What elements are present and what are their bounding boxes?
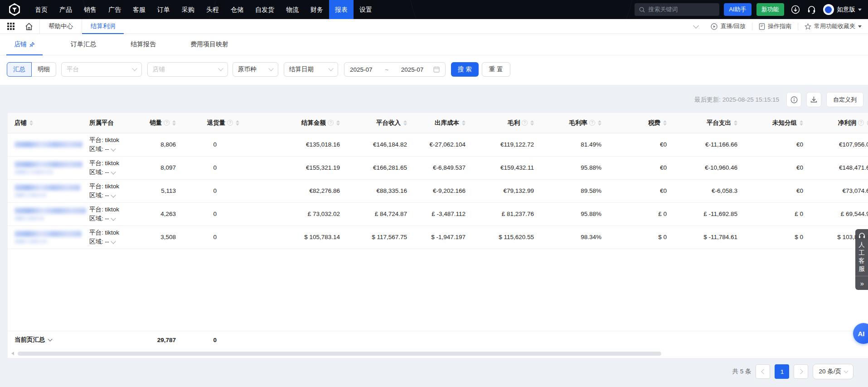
col-sales[interactable]: 销量? (150, 119, 176, 127)
col-platform-income[interactable]: 平台收入 (344, 119, 407, 127)
col-unknown-group[interactable]: 未知分组 (742, 119, 803, 127)
info-button[interactable] (786, 92, 801, 107)
current-page[interactable]: 1 (775, 364, 789, 379)
table-row[interactable]: 平台: tiktok 区域: -- 8,806 0 €135,018.16 €1… (8, 133, 868, 156)
region-expand-icon[interactable] (111, 239, 116, 244)
sort-icon[interactable] (29, 120, 33, 126)
sort-icon[interactable] (663, 120, 667, 126)
region-expand-icon[interactable] (111, 216, 116, 220)
ai-assistant-button[interactable]: AI助手 (724, 3, 751, 16)
col-gross-profit[interactable]: 毛利? (470, 119, 534, 127)
date-from[interactable]: 2025-07 (350, 66, 373, 73)
home-icon[interactable] (15, 19, 39, 34)
currency-select[interactable]: 原币种 (233, 62, 278, 77)
menu-item-设置[interactable]: 设置 (354, 0, 378, 19)
version-label[interactable]: 如意版 (837, 5, 856, 14)
menu-item-广告[interactable]: 广告 (102, 0, 127, 19)
sort-icon[interactable] (598, 120, 601, 126)
sort-icon[interactable] (734, 120, 737, 126)
region-expand-icon[interactable] (111, 192, 116, 197)
tab-help-center[interactable]: 帮助中心 (39, 19, 82, 34)
menu-item-产品[interactable]: 产品 (53, 0, 78, 19)
region-expand-icon[interactable] (111, 146, 116, 151)
subtab-fee-mapping[interactable]: 费用项目映射 (184, 34, 235, 55)
sort-icon[interactable] (530, 120, 534, 126)
help-icon[interactable]: ? (164, 120, 170, 126)
summary-label[interactable]: 当前页汇总 (15, 336, 45, 343)
collapse-icon[interactable]: » (855, 276, 868, 290)
horizontal-scrollbar[interactable] (11, 352, 863, 356)
col-platform-expense[interactable]: 平台支出 (671, 119, 737, 127)
live-replay-link[interactable]: 直播/回放 (711, 22, 746, 30)
menu-item-销售[interactable]: 销售 (78, 0, 102, 19)
page-size-select[interactable]: 20 条/页 (813, 364, 853, 379)
store-name-redacted (15, 208, 86, 214)
help-icon[interactable]: ? (227, 120, 233, 126)
platform-select[interactable]: 平台 (61, 62, 142, 77)
col-outbound-cost[interactable]: 出库成本 (412, 119, 466, 127)
app-logo[interactable] (0, 3, 29, 16)
table-row[interactable]: 平台: tiktok 区域: -- 3,508 0 $ 105,783.14 $… (8, 225, 868, 249)
version-caret-icon[interactable] (858, 9, 862, 11)
customize-columns-button[interactable]: 自定义列 (826, 92, 863, 107)
search-button[interactable]: 搜 索 (451, 62, 479, 77)
subtab-settlement-report[interactable]: 结算报告 (124, 34, 162, 55)
date-to[interactable]: 2025-07 (401, 66, 424, 73)
menu-item-财务[interactable]: 财务 (305, 0, 329, 19)
sort-icon[interactable] (800, 120, 803, 126)
prev-page-button[interactable] (756, 364, 770, 379)
guide-link[interactable]: 操作指南 (759, 22, 791, 30)
sort-icon[interactable] (172, 120, 176, 126)
help-icon[interactable]: ? (328, 120, 334, 126)
col-store[interactable]: 店铺 (15, 119, 85, 127)
col-tax[interactable]: 税费 (606, 119, 667, 127)
toggle-summary[interactable]: 汇总 (7, 62, 32, 77)
table-row[interactable]: 平台: tiktok 区域: -- 8,097 0 €155,321.19 €1… (8, 156, 868, 179)
scrollbar-thumb[interactable] (18, 352, 661, 356)
menu-item-采购[interactable]: 采购 (176, 0, 200, 19)
headset-icon[interactable] (807, 5, 816, 14)
table-row[interactable]: 平台: tiktok 区域: -- 5,113 0 €82,276.86 €88… (8, 179, 868, 202)
reset-button[interactable]: 重 置 (482, 62, 510, 77)
help-icon[interactable]: ? (858, 120, 864, 126)
avatar[interactable] (823, 4, 834, 15)
store-select[interactable]: 店铺 (147, 62, 228, 77)
col-returns[interactable]: 退货量? (185, 119, 239, 127)
col-gross-margin[interactable]: 毛利率? (538, 119, 601, 127)
global-search-input[interactable]: 搜索关键词 (635, 3, 719, 16)
help-icon[interactable]: ? (522, 120, 528, 126)
toggle-detail[interactable]: 明细 (32, 62, 56, 77)
table-row[interactable]: 平台: tiktok 区域: -- 4,263 0 £ 73,032.02 £ … (8, 202, 868, 225)
scroll-left-icon[interactable] (11, 352, 14, 355)
col-settlement[interactable]: 结算金额? (244, 119, 340, 127)
region-expand-icon[interactable] (111, 169, 116, 174)
sort-icon[interactable] (236, 120, 239, 126)
chevron-down-icon[interactable] (48, 337, 52, 342)
help-icon[interactable]: ? (589, 120, 595, 126)
menu-item-头程[interactable]: 头程 (200, 0, 225, 19)
export-button[interactable] (806, 92, 821, 107)
sort-icon[interactable] (403, 120, 407, 126)
apps-grid-icon[interactable] (0, 19, 15, 34)
download-icon[interactable] (791, 5, 800, 14)
date-range-picker[interactable]: 2025-07 ~ 2025-07 (344, 62, 446, 77)
subtab-store[interactable]: 店铺 (6, 34, 43, 55)
menu-item-自发货[interactable]: 自发货 (249, 0, 280, 19)
sort-icon[interactable] (462, 120, 466, 126)
new-feature-button[interactable]: 新功能 (756, 3, 784, 16)
chevron-down-icon[interactable] (693, 23, 699, 29)
col-net-profit[interactable]: 净利润? (808, 119, 868, 127)
sort-icon[interactable] (336, 120, 340, 126)
date-type-select[interactable]: 结算日期 (284, 62, 338, 77)
menu-item-物流[interactable]: 物流 (280, 0, 305, 19)
next-page-button[interactable] (794, 364, 808, 379)
menu-item-报表[interactable]: 报表 (329, 0, 354, 19)
subtab-order-summary[interactable]: 订单汇总 (64, 34, 102, 55)
customer-service-widget[interactable]: 人工客服 » (855, 229, 868, 290)
menu-item-仓储[interactable]: 仓储 (225, 0, 249, 19)
menu-item-首页[interactable]: 首页 (29, 0, 53, 19)
favorites-menu[interactable]: 常用功能收藏夹 (805, 22, 862, 30)
menu-item-订单[interactable]: 订单 (151, 0, 176, 19)
menu-item-客服[interactable]: 客服 (127, 0, 151, 19)
tab-settlement-profit[interactable]: 结算利润 (82, 19, 124, 34)
